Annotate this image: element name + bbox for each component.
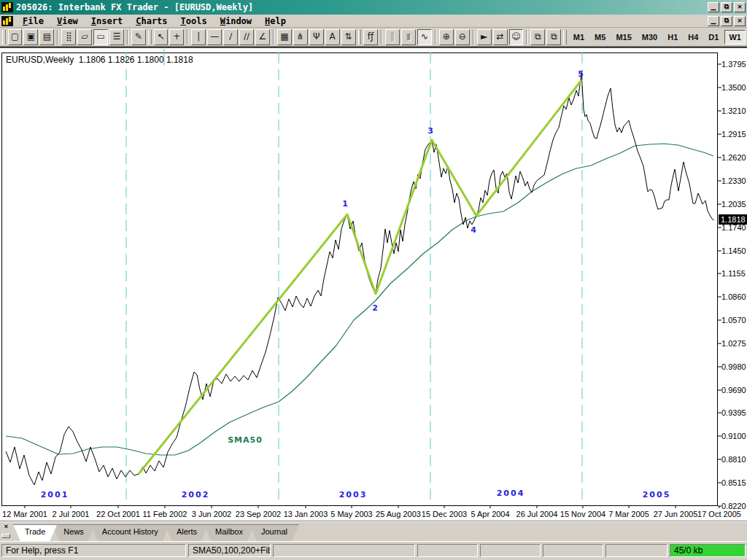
window-title: 205026: Interbank FX Trader - [EURUSD,We… [16,2,708,12]
time-axis-label: 5 May 2003 [330,510,372,518]
terminal-tab-mailbox[interactable]: Mailbox [204,524,255,541]
menu-item-file[interactable]: File [16,15,50,27]
timeframe-m1-button[interactable]: M1 [569,30,589,44]
chart-shift-button[interactable]: ⇄ [493,29,508,45]
year-label-2003: 2003 [339,490,368,499]
chart-svg[interactable] [0,48,747,522]
timeframe-d1-button[interactable]: D1 [704,30,723,44]
line-chart-button[interactable]: ∿ [417,29,432,45]
year-label-2005: 2005 [643,490,671,499]
price-axis-label: 1.1450 [721,246,746,255]
new-chart-window-button[interactable]: ⧉ [530,29,545,45]
new-chart-button[interactable]: ▢ [8,29,23,45]
cycle-lines-button[interactable]: Ψ [309,29,324,45]
print-button[interactable]: ▤ [39,29,54,45]
terminal-button[interactable]: ▭ [93,29,108,45]
terminal-tab-journal[interactable]: Journal [249,524,299,541]
vertical-line-button[interactable]: | [191,29,206,45]
time-axis-label: 5 Apr 2004 [471,510,509,518]
elliott-wave-label-5: 5 [578,69,584,79]
timeframe-m15-button[interactable]: M15 [611,30,635,44]
title-bar: 205026: Interbank FX Trader - [EURUSD,We… [0,0,747,15]
save-button[interactable]: ▣ [23,29,38,45]
arrow-objects-button[interactable]: ⇅ [341,29,356,45]
terminal-tab-news[interactable]: News [52,524,96,541]
time-axis-label: 11 Feb 2002 [143,510,187,518]
timeframe-h4-button[interactable]: H4 [684,30,703,44]
grid-button[interactable]: ▦ [277,29,292,45]
minimize-button[interactable]: ▁ [708,2,719,12]
status-empty-panel-5 [605,544,667,557]
app-icon [1,2,13,12]
child-close-button[interactable]: × [734,16,746,26]
price-axis-label: 0.9395 [721,408,746,417]
close-button[interactable]: × [734,2,746,12]
price-axis-label: 1.2620 [721,153,746,162]
trendline-button[interactable]: ∕ [223,29,238,45]
time-axis-label: 13 Jan 2003 [284,510,328,518]
year-label-2001: 2001 [41,490,69,499]
tick-chart-button[interactable]: ⣿ [61,29,76,45]
menu-item-tools[interactable]: Tools [174,15,214,27]
toolbar-grip[interactable] [148,30,152,44]
new-order-button[interactable]: ✎ [131,29,146,45]
terminal-tab-alerts[interactable]: Alerts [165,524,209,541]
market-watch-button[interactable]: ☰ [109,29,124,45]
elliott-wave-label-3: 3 [427,126,433,136]
terminal-grip-handle[interactable] [1,534,10,538]
menu-item-charts[interactable]: Charts [129,15,174,27]
toolbar-grip[interactable] [2,30,6,44]
text-label-button[interactable]: A [325,29,340,45]
fibonacci-fan-button[interactable]: ∠ [255,29,270,45]
timeframe-m30-button[interactable]: M30 [638,30,662,44]
child-minimize-button[interactable]: ▁ [708,16,719,26]
terminal-close-icon[interactable]: × [2,524,10,532]
candlestick-chart-button[interactable]: ▮ [401,29,416,45]
price-axis-label: 1.1155 [721,269,746,278]
toolbar-separator [526,30,527,44]
toolbar: ▢▣▤⣿▱▭☰✎↖+|—∕∕∕∠▦⋔ΨA⇅fƒ‖▮∿⊕⊖►⇄☺⧉⧉M1M5M15… [0,28,747,47]
price-axis-label: 1.3210 [721,106,746,115]
terminal-tab-account-history[interactable]: Account History [90,524,170,541]
toolbar-grip[interactable] [358,30,362,44]
toolbar-separator [57,30,58,44]
price-axis-label: 0.9980 [721,362,746,371]
time-axis-label: 7 Mar 2005 [608,510,649,518]
menu-items: FileViewInsertChartsToolsWindowHelp [16,15,293,27]
menu-item-window[interactable]: Window [214,15,258,27]
child-restore-button[interactable]: ⧉ [721,16,732,26]
menu-item-view[interactable]: View [50,15,85,27]
channel-button[interactable]: ∕∕ [239,29,254,45]
zoom-in-button[interactable]: ⊕ [439,29,454,45]
expert-advisor-button[interactable]: ☺ [509,29,524,45]
time-axis-label: 26 Jul 2004 [516,510,558,518]
terminal-tab-trade[interactable]: Trade [13,524,57,541]
timeframe-w1-button[interactable]: W1 [724,30,746,44]
timeframe-m5-button[interactable]: M5 [590,30,610,44]
menu-item-help[interactable]: Help [258,15,293,27]
zoom-out-button[interactable]: ⊖ [455,29,470,45]
toolbar-grip[interactable] [563,30,567,44]
price-axis-label: 0.9100 [721,432,746,440]
menu-item-insert[interactable]: Insert [85,15,129,27]
horizontal-line-button[interactable]: — [207,29,222,45]
indicators-button[interactable]: fƒ [363,29,378,45]
pitchfork-button[interactable]: ⋔ [293,29,308,45]
chart-windows-button[interactable]: ⧉ [546,29,561,45]
chart-area[interactable]: EURUSD,Weekly 1.1806 1.1826 1.1800 1.181… [0,47,747,521]
auto-scroll-button[interactable]: ► [477,29,492,45]
crosshair-button[interactable]: + [169,29,184,45]
bar-chart-button[interactable]: ‖ [385,29,400,45]
elliott-wave-label-2: 2 [372,303,378,313]
time-axis-label: 12 Mar 2001 [2,510,47,518]
restore-button[interactable]: ⧉ [721,2,732,12]
terminal-tabs: TradeNewsAccount HistoryAlertsMailboxJou… [13,524,294,541]
chart-ohlc-header: EURUSD,Weekly 1.1806 1.1826 1.1800 1.181… [6,55,193,65]
price-axis-label: 1.0860 [721,292,746,301]
toolbar-separator [435,30,436,44]
timeframe-h1-button[interactable]: H1 [663,30,682,44]
profiles-button[interactable]: ▱ [77,29,92,45]
price-axis-label: 1.2330 [721,176,746,185]
status-help-text: For Help, press F1 [1,544,186,557]
cursor-button[interactable]: ↖ [154,29,169,45]
